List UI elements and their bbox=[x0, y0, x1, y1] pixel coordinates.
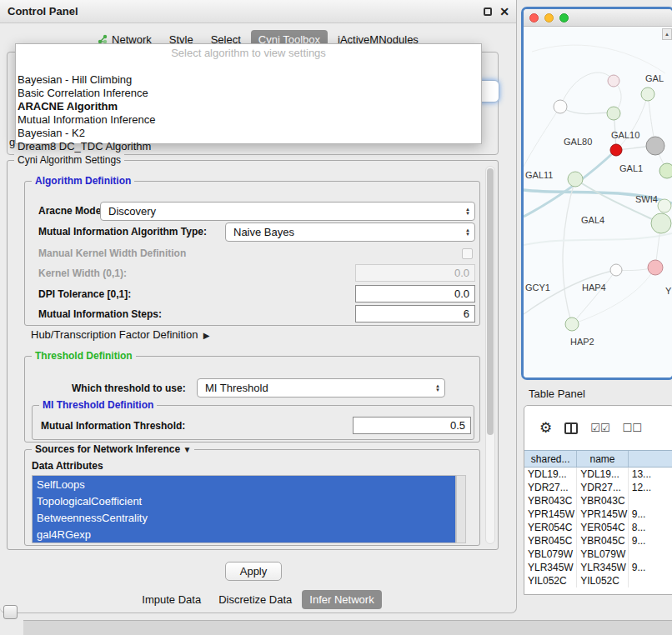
table-row[interactable]: YIL052C YIL052C bbox=[524, 574, 672, 588]
table-cell[interactable]: YLR345W bbox=[524, 561, 577, 574]
close-icon[interactable]: ✕ bbox=[499, 6, 509, 18]
dropdown-item-selected[interactable]: ARACNE Algorithm bbox=[16, 100, 481, 113]
mi-threshold-field[interactable]: 0.5 bbox=[353, 417, 471, 434]
column-header[interactable]: name bbox=[577, 451, 628, 467]
column-header[interactable] bbox=[629, 451, 672, 467]
kernel-width-field[interactable]: 0.0 bbox=[355, 264, 475, 282]
table-cell[interactable]: YDR27... bbox=[577, 481, 628, 494]
manual-kernel-label: Manual Kernel Width Definition bbox=[38, 248, 186, 259]
network-node[interactable] bbox=[641, 88, 654, 101]
table-toolbar: ⚙ ☑☑ ☐☐ bbox=[524, 406, 672, 450]
table-cell[interactable]: YER054C bbox=[524, 521, 577, 534]
node-label: GAL10 bbox=[611, 130, 639, 140]
table-cell[interactable]: YPR145W bbox=[524, 508, 577, 521]
table-row[interactable]: YER054C YER054C 8... bbox=[524, 521, 672, 534]
tab-impute-data[interactable]: Impute Data bbox=[134, 590, 208, 609]
table-cell[interactable]: 12... bbox=[629, 481, 672, 494]
table-row[interactable]: YDR27... YDR27... 12... bbox=[524, 481, 672, 494]
table-cell[interactable]: YBR043C bbox=[577, 494, 628, 508]
dropdown-item[interactable]: Dream8 DC_TDC Algorithm bbox=[16, 140, 481, 153]
table-cell[interactable]: YER054C bbox=[577, 521, 628, 534]
table-cell[interactable]: 9... bbox=[629, 561, 672, 574]
table-row[interactable]: YBR043C YBR043C bbox=[524, 494, 672, 508]
which-threshold-combo[interactable]: MI Threshold ▲▼ bbox=[197, 378, 445, 398]
table-cell[interactable]: YBR043C bbox=[524, 494, 577, 508]
table-cell[interactable]: YDL19... bbox=[524, 468, 577, 481]
table-row[interactable]: YDL19... YDL19... 13... bbox=[524, 468, 672, 481]
gear-icon[interactable]: ⚙ bbox=[539, 419, 552, 437]
network-node[interactable] bbox=[607, 107, 620, 120]
sources-title: Sources for Network Inference bbox=[35, 443, 180, 455]
table-row[interactable]: YPR145W YPR145W 9... bbox=[524, 508, 672, 521]
dpi-tolerance-field[interactable]: 0.0 bbox=[355, 285, 475, 302]
show-columns-icon[interactable] bbox=[564, 422, 578, 434]
sources-toggle[interactable]: Sources for Network Inference ▼ bbox=[32, 443, 194, 455]
network-node[interactable] bbox=[659, 163, 672, 178]
scrollbar-thumb[interactable] bbox=[487, 168, 494, 435]
table-cell[interactable]: 8... bbox=[629, 521, 672, 534]
network-view-window: ▲ bbox=[521, 7, 672, 380]
network-canvas[interactable]: ▲ bbox=[524, 27, 672, 378]
table-cell[interactable]: YIL052C bbox=[577, 574, 628, 588]
dropdown-item[interactable]: Bayesian - Hill Climbing bbox=[16, 73, 481, 87]
network-node-pink[interactable] bbox=[648, 260, 663, 275]
data-attributes-label: Data Attributes bbox=[32, 460, 103, 472]
collapse-arrow-icon: ▼ bbox=[183, 445, 191, 454]
table-cell[interactable]: YPR145W bbox=[577, 508, 628, 521]
minimized-panel-icon[interactable] bbox=[3, 605, 18, 619]
attribute-item-selected[interactable]: gal4RGexp bbox=[33, 526, 455, 542]
table-cell[interactable] bbox=[629, 494, 672, 508]
table-cell[interactable]: YDL19... bbox=[577, 468, 628, 481]
deselect-all-columns-icon[interactable]: ☐☐ bbox=[623, 422, 642, 434]
network-node[interactable] bbox=[610, 264, 622, 276]
close-traffic-light[interactable] bbox=[529, 13, 539, 22]
dropdown-item[interactable]: Bayesian - K2 bbox=[16, 127, 481, 140]
hub-definition-toggle[interactable]: Hub/Transcription Factor Definition ▶ bbox=[31, 329, 209, 341]
table-cell[interactable]: YDR27... bbox=[524, 481, 577, 494]
tab-discretize-data[interactable]: Discretize Data bbox=[211, 590, 299, 609]
manual-kernel-checkbox[interactable] bbox=[462, 248, 473, 259]
attribute-list-scrollbar[interactable] bbox=[456, 475, 466, 543]
attribute-item-selected[interactable]: TopologicalCoefficient bbox=[33, 492, 455, 509]
dropdown-item[interactable]: Basic Correlation Inference bbox=[16, 87, 481, 100]
table-cell[interactable]: YBR045C bbox=[524, 534, 577, 548]
tab-infer-network[interactable]: Infer Network bbox=[302, 590, 381, 609]
network-node[interactable] bbox=[554, 100, 567, 113]
table-row[interactable]: YLR345W YLR345W 9... bbox=[524, 561, 672, 574]
attribute-item-selected[interactable]: BetweennessCentrality bbox=[33, 509, 455, 526]
network-node[interactable] bbox=[565, 318, 579, 331]
table-cell[interactable] bbox=[629, 548, 672, 561]
table-cell[interactable]: YBL079W bbox=[577, 548, 628, 561]
aracne-mode-combo[interactable]: Discovery ▲▼ bbox=[100, 202, 475, 221]
network-node[interactable] bbox=[608, 75, 619, 87]
column-header[interactable]: shared... bbox=[524, 451, 577, 467]
mi-type-combo[interactable]: Naive Bayes ▲▼ bbox=[225, 222, 475, 242]
minimize-traffic-light[interactable] bbox=[544, 13, 554, 22]
apply-button[interactable]: Apply bbox=[225, 562, 282, 581]
table-cell[interactable]: YLR345W bbox=[577, 561, 628, 574]
table-cell[interactable]: YBR045C bbox=[577, 534, 628, 548]
select-all-columns-icon[interactable]: ☑☑ bbox=[590, 422, 609, 434]
table-cell[interactable]: 13... bbox=[629, 468, 672, 481]
table-cell[interactable]: 9... bbox=[629, 508, 672, 521]
zoom-traffic-light[interactable] bbox=[559, 13, 569, 22]
table-cell[interactable]: 9... bbox=[629, 534, 672, 548]
scroll-up-arrow[interactable]: ▲ bbox=[662, 28, 672, 40]
tab-label: Infer Network bbox=[309, 593, 374, 606]
network-node[interactable] bbox=[658, 199, 671, 212]
network-node[interactable] bbox=[651, 213, 671, 233]
table-row[interactable]: YBR045C YBR045C 9... bbox=[524, 534, 672, 548]
table-row[interactable]: YBL079W YBL079W bbox=[524, 548, 672, 561]
network-node-gray[interactable] bbox=[646, 137, 664, 155]
network-node-red[interactable] bbox=[610, 144, 622, 156]
field-value: 0.0 bbox=[454, 267, 469, 279]
mi-steps-field[interactable]: 6 bbox=[355, 305, 475, 322]
table-cell[interactable]: YBL079W bbox=[524, 548, 577, 561]
float-window-icon[interactable] bbox=[484, 8, 492, 16]
network-node[interactable] bbox=[568, 172, 583, 187]
settings-scrollbar[interactable] bbox=[485, 166, 495, 544]
table-cell[interactable]: YIL052C bbox=[524, 574, 577, 588]
table-cell[interactable] bbox=[629, 574, 672, 588]
dropdown-item[interactable]: Mutual Information Inference bbox=[16, 113, 481, 127]
attribute-item-selected[interactable]: SelfLoops bbox=[33, 476, 455, 492]
